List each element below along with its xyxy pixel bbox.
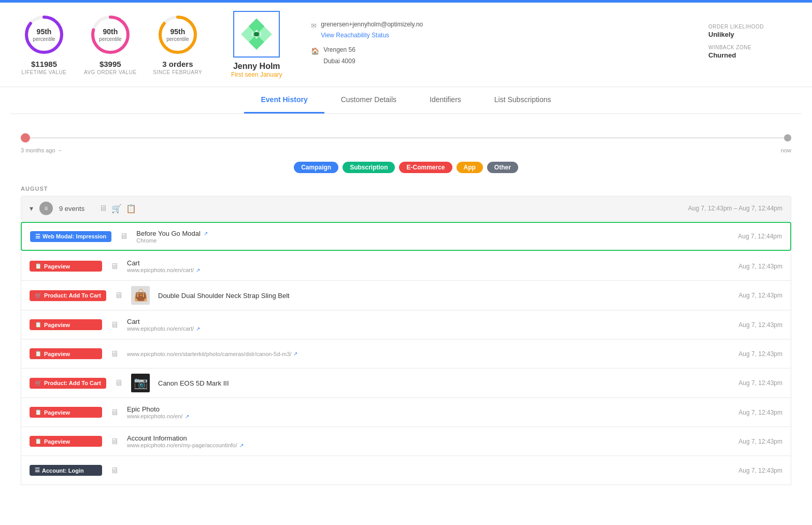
metric2-label: percentile xyxy=(99,36,121,42)
device-icon-5: 🖥 xyxy=(110,349,119,359)
tag-icon-pageview-4: 📋 xyxy=(35,409,42,416)
external-link-icon-4[interactable]: ↗ xyxy=(196,326,200,332)
tag-pageview-3: 📋 Pageview xyxy=(30,348,102,359)
tag-icon-addcart-1: 🛒 xyxy=(35,292,42,299)
tag-icon-addcart-2: 🛒 xyxy=(35,380,42,387)
tag-account-login: ☰ Account: Login xyxy=(30,465,102,476)
cart-icon: 🛒 xyxy=(111,204,122,214)
event-url-8: www.epicphoto.no/en/my-page/accountinfo/… xyxy=(127,442,730,448)
tag-icon-pageview-2: 📋 xyxy=(35,321,42,328)
email-address: grenersen+jennyholm@optimizely.no xyxy=(321,19,423,31)
event-group-header: ▾ ≡ 9 events 🖥 🛒 📋 Aug 7, 12:43pm – Aug … xyxy=(21,196,791,221)
event-url-1: Chrome xyxy=(136,237,730,244)
profile-logo-icon xyxy=(238,16,275,52)
event-time-4: Aug 7, 12:43pm xyxy=(738,321,782,329)
metric-orders: 95th percentile 3 orders SINCE FEBRUARY xyxy=(153,14,203,75)
metric2-value: $3995 xyxy=(84,60,137,68)
event-time-3: Aug 7, 12:43pm xyxy=(738,292,782,299)
email-icon: ✉ xyxy=(311,20,317,32)
tag-icon-pageview-3: 📋 xyxy=(35,350,42,357)
group-count: 9 events xyxy=(59,205,84,212)
main-content: 3 months ago → now Campaign Subscription… xyxy=(0,114,812,495)
metric1-percentile: 95th xyxy=(33,27,55,36)
event-time-7: Aug 7, 12:43pm xyxy=(738,409,782,416)
device-icon-1: 🖥 xyxy=(120,232,128,241)
external-link-icon-7[interactable]: ↗ xyxy=(185,414,189,419)
filter-campaign[interactable]: Campaign xyxy=(294,162,338,173)
event-row-pageview-dslr: 📋 Pageview 🖥 www.epicphoto.no/en/starter… xyxy=(21,339,791,368)
section-august: AUGUST xyxy=(21,186,791,192)
timeline-line xyxy=(30,137,784,138)
device-icon-8: 🖥 xyxy=(110,437,119,446)
tab-event-history[interactable]: Event History xyxy=(244,87,324,113)
metric1-value: $11985 xyxy=(21,60,67,68)
metric1-label: percentile xyxy=(33,36,55,42)
filter-app[interactable]: App xyxy=(457,162,483,173)
metric3-name: SINCE FEBRUARY xyxy=(153,69,203,75)
event-row-pageview-epicphoto: 📋 Pageview 🖥 Epic Photo www.epicphoto.no… xyxy=(21,398,791,427)
likelihood-value: Unlikely xyxy=(708,31,791,38)
filter-ecommerce[interactable]: E-Commerce xyxy=(399,162,452,173)
expand-button[interactable]: ▾ xyxy=(30,204,33,212)
tag-icon-pageview-1: 📋 xyxy=(35,263,42,269)
event-row-account-login: ☰ Account: Login 🖥 Aug 7, 12:43pm xyxy=(21,456,791,485)
metric-avg-order: 90th percentile $3995 AVG ORDER VALUE xyxy=(84,14,137,75)
external-link-icon-2[interactable]: ↗ xyxy=(196,267,200,273)
event-time-5: Aug 7, 12:43pm xyxy=(738,350,782,358)
external-link-icon-1[interactable]: ↗ xyxy=(204,231,208,236)
timeline-start-dot xyxy=(21,133,30,143)
event-time-1: Aug 7, 12:44pm xyxy=(738,233,782,240)
timeline[interactable] xyxy=(21,133,791,143)
tab-identifiers[interactable]: Identifiers xyxy=(413,87,478,113)
event-time-9: Aug 7, 12:43pm xyxy=(738,467,782,474)
metrics-group: 95th percentile $11985 LIFETIME VALUE 90… xyxy=(21,14,202,75)
metric3-percentile: 95th xyxy=(166,27,189,36)
metric3-value: 3 orders xyxy=(153,60,203,68)
avatar xyxy=(233,11,280,58)
event-title-1: Before You Go Modal ↗ xyxy=(136,230,730,237)
tab-list-subscriptions[interactable]: List Subscriptions xyxy=(478,87,568,113)
tag-pageview-5: 📋 Pageview xyxy=(30,436,102,447)
external-link-icon-8[interactable]: ↗ xyxy=(239,443,244,448)
tag-icon-pageview-5: 📋 xyxy=(35,438,42,445)
product-image-2: 📷 xyxy=(131,374,150,392)
contact-info: ✉ grenersen+jennyholm@optimizely.no View… xyxy=(311,19,688,70)
device-icon-7: 🖥 xyxy=(110,408,119,417)
event-url-5: www.epicphoto.no/en/starterkit/photo/cam… xyxy=(127,351,730,357)
filter-other[interactable]: Other xyxy=(487,162,518,173)
event-row-pageview-cart: 📋 Pageview 🖥 Cart www.epicphoto.no/en/ca… xyxy=(21,252,791,281)
filter-subscription[interactable]: Subscription xyxy=(343,162,395,173)
event-details-2: Cart www.epicphoto.no/en/cart/ ↗ xyxy=(127,259,730,273)
tabs: Event History Customer Details Identifie… xyxy=(10,87,802,114)
tag-addcart-2: 🛒 Product: Add To Cart xyxy=(30,378,106,389)
group-icon: ≡ xyxy=(39,202,53,215)
metric-lifetime-value: 95th percentile $11985 LIFETIME VALUE xyxy=(21,14,67,75)
timeline-end-dot xyxy=(784,134,791,141)
event-row-add-cart-1: 🛒 Product: Add To Cart 🖥 👜 Double Dual S… xyxy=(21,281,791,310)
tag-pageview-4: 📋 Pageview xyxy=(30,407,102,418)
event-details-6: Canon EOS 5D Mark III xyxy=(158,379,730,387)
tag-addcart-1: 🛒 Product: Add To Cart xyxy=(30,290,106,301)
event-time-2: Aug 7, 12:43pm xyxy=(738,263,782,270)
address-line1: Vrengen 56 xyxy=(323,45,355,56)
page-icon: 📋 xyxy=(126,204,136,214)
timeline-labels: 3 months ago → now xyxy=(21,147,791,153)
reachability-link[interactable]: View Reachability Status xyxy=(321,32,389,39)
event-title-2: Cart xyxy=(127,259,730,267)
event-row-pageview-account: 📋 Pageview 🖥 Account Information www.epi… xyxy=(21,427,791,456)
metric2-name: AVG ORDER VALUE xyxy=(84,69,137,75)
product-image-1: 👜 xyxy=(131,286,150,305)
event-title-3: Double Dual Shoulder Neck Strap Sling Be… xyxy=(158,292,730,300)
event-time-8: Aug 7, 12:43pm xyxy=(738,438,782,445)
event-url-4: www.epicphoto.no/en/cart/ ↗ xyxy=(127,325,730,332)
order-info: ORDER LIKELIHOOD Unlikely WINBACK ZONE C… xyxy=(708,24,791,65)
external-link-icon-5[interactable]: ↗ xyxy=(293,351,297,357)
device-icon-9: 🖥 xyxy=(110,466,119,475)
event-details-4: Cart www.epicphoto.no/en/cart/ ↗ xyxy=(127,318,730,332)
event-details-3: Double Dual Shoulder Neck Strap Sling Be… xyxy=(158,292,730,300)
profile-section: Jenny Holm First seen January xyxy=(223,11,290,78)
tab-customer-details[interactable]: Customer Details xyxy=(324,87,413,113)
tag-pageview-1: 📋 Pageview xyxy=(30,261,102,272)
timeline-right-label: now xyxy=(781,147,791,153)
winback-label: WINBACK ZONE xyxy=(708,45,791,50)
